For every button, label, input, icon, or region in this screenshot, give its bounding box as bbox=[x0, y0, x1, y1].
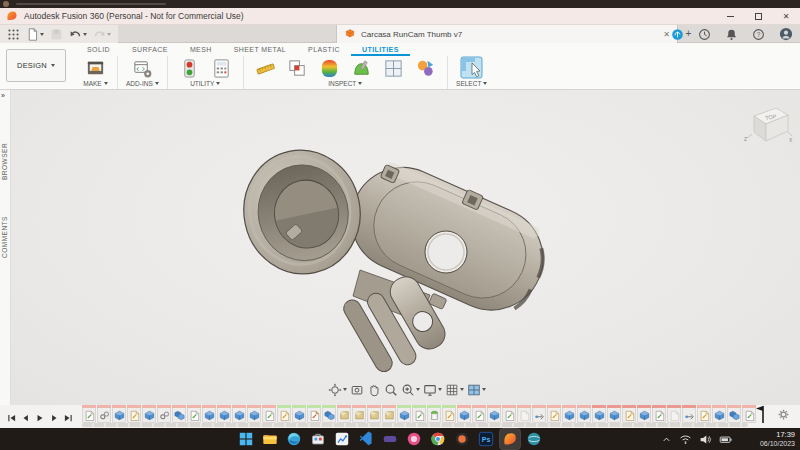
timeline-feature-extrude[interactable] bbox=[202, 405, 216, 423]
timeline-feature-sketch-orange[interactable] bbox=[307, 405, 321, 423]
timeline-feature-sketch[interactable] bbox=[472, 405, 486, 423]
timeline-feature-hole[interactable] bbox=[427, 405, 441, 423]
look-at-button[interactable] bbox=[350, 383, 364, 397]
timeline-feature-sketch-edit[interactable] bbox=[622, 405, 636, 423]
grid-settings-button[interactable] bbox=[445, 383, 464, 397]
taskbar-clock[interactable]: 17:39 06/10/2023 bbox=[760, 430, 795, 448]
component-color-button[interactable] bbox=[412, 59, 439, 77]
step-forward-button[interactable] bbox=[48, 409, 60, 427]
timeline-feature-extrude[interactable] bbox=[487, 405, 501, 423]
timeline-feature-joint[interactable] bbox=[157, 405, 171, 423]
profile-avatar-button[interactable] bbox=[776, 25, 796, 43]
interference-button[interactable] bbox=[284, 59, 311, 77]
start-taskbar-button[interactable] bbox=[236, 429, 256, 449]
timeline-feature-extrude[interactable] bbox=[232, 405, 246, 423]
timeline-feature-extrude2[interactable] bbox=[172, 405, 186, 423]
timeline-feature-extrude[interactable] bbox=[607, 405, 621, 423]
draft-analysis-button[interactable] bbox=[348, 59, 375, 77]
measure-button[interactable] bbox=[252, 59, 279, 77]
tray-chevron-button[interactable] bbox=[661, 430, 672, 448]
timeline-feature-fillet[interactable] bbox=[367, 405, 381, 423]
store-taskbar-button[interactable] bbox=[308, 429, 328, 449]
timeline-feature-sketch[interactable] bbox=[502, 405, 516, 423]
ribbon-tab-solid[interactable]: SOLID bbox=[76, 44, 121, 56]
timeline-feature-move[interactable] bbox=[532, 405, 546, 423]
ribbon-tab-mesh[interactable]: MESH bbox=[179, 44, 223, 56]
pan-button[interactable] bbox=[367, 383, 381, 397]
ribbon-tab-surface[interactable]: SURFACE bbox=[121, 44, 179, 56]
close-button[interactable]: ✕ bbox=[772, 8, 800, 25]
timeline-feature-sketch-edit[interactable] bbox=[277, 405, 291, 423]
edge-taskbar-button[interactable] bbox=[284, 429, 304, 449]
redo-button[interactable] bbox=[90, 25, 114, 43]
timeline-feature-sketch-edit[interactable] bbox=[697, 405, 711, 423]
wifi-button[interactable] bbox=[679, 430, 692, 448]
timeline-feature-sketch-edit[interactable] bbox=[127, 405, 141, 423]
expand-panels-button[interactable]: » bbox=[1, 92, 5, 99]
timeline-feature-fillet[interactable] bbox=[337, 405, 351, 423]
timeline-feature-extrude[interactable] bbox=[457, 405, 471, 423]
timeline-settings-button[interactable] bbox=[777, 408, 790, 421]
timeline-feature-extrude2[interactable] bbox=[322, 405, 336, 423]
timeline-feature-extrude[interactable] bbox=[112, 405, 126, 423]
timeline-feature-extrude[interactable] bbox=[592, 405, 606, 423]
fusion360-taskbar-button[interactable] bbox=[500, 429, 520, 449]
curvature-button[interactable] bbox=[316, 59, 343, 77]
section-analysis-button[interactable] bbox=[380, 59, 407, 77]
workspace-switcher-button[interactable]: DESIGN bbox=[6, 49, 66, 82]
help-button[interactable]: ? bbox=[749, 25, 768, 43]
document-tab[interactable]: Carcasa RunCam Thumb v7 ✕ bbox=[336, 25, 678, 43]
ribbon-group-label[interactable]: SELECT bbox=[456, 80, 487, 89]
timeline-feature-extrude[interactable] bbox=[637, 405, 651, 423]
timeline-feature-sketch[interactable] bbox=[412, 405, 426, 423]
select-button[interactable] bbox=[456, 59, 488, 77]
step-back-button[interactable] bbox=[20, 409, 32, 427]
utility-trafficlight-button[interactable] bbox=[176, 59, 203, 77]
timeline-feature-sketch-ghost[interactable] bbox=[667, 405, 681, 423]
timeline-scrollbar[interactable] bbox=[82, 423, 748, 427]
play-button[interactable] bbox=[34, 409, 46, 427]
timeline-feature-sketch-edit[interactable] bbox=[547, 405, 561, 423]
utility-calculator-button[interactable] bbox=[208, 59, 235, 77]
extensions-button[interactable] bbox=[668, 25, 687, 43]
timeline-feature-extrude[interactable] bbox=[217, 405, 231, 423]
timeline-feature-extrude[interactable] bbox=[142, 405, 156, 423]
ribbon-group-label[interactable]: ADD-INS bbox=[126, 80, 159, 89]
file-button[interactable] bbox=[23, 25, 47, 43]
comments-panel-tab[interactable]: COMMENTS bbox=[1, 202, 8, 258]
timeline-feature-extrude[interactable] bbox=[562, 405, 576, 423]
timeline-position-marker[interactable] bbox=[754, 405, 766, 424]
timeline-feature-sketch[interactable] bbox=[652, 405, 666, 423]
timeline-feature-extrude[interactable] bbox=[397, 405, 411, 423]
ribbon-group-label[interactable]: INSPECT bbox=[328, 80, 362, 89]
timeline-feature-extrude2[interactable] bbox=[727, 405, 741, 423]
timeline-feature-joint[interactable] bbox=[97, 405, 111, 423]
skip-start-button[interactable] bbox=[6, 409, 18, 427]
timeline-feature-sketch-ghost[interactable] bbox=[517, 405, 531, 423]
timeline-feature-sketch[interactable] bbox=[262, 405, 276, 423]
model-canvas[interactable]: » BROWSER COMMENTS TOP Z X bbox=[0, 90, 800, 405]
ribbon-tab-utilities[interactable]: UTILITIES bbox=[351, 44, 410, 56]
make-3dprint-button[interactable] bbox=[82, 59, 109, 77]
volume-button[interactable] bbox=[699, 430, 712, 448]
timeline-feature-extrude[interactable] bbox=[712, 405, 726, 423]
timeline-feature-fillet[interactable] bbox=[352, 405, 366, 423]
ribbon-tab-plastic[interactable]: PLASTIC bbox=[297, 44, 351, 56]
minimize-button[interactable] bbox=[716, 8, 744, 25]
skip-end-button[interactable] bbox=[62, 409, 74, 427]
ribbon-group-label[interactable]: UTILITY bbox=[190, 80, 220, 89]
stats-app-taskbar-button[interactable] bbox=[332, 429, 352, 449]
photoshop-taskbar-button[interactable]: Ps bbox=[476, 429, 496, 449]
viewports-button[interactable] bbox=[467, 383, 486, 397]
notifications-button[interactable] bbox=[722, 25, 741, 43]
battery-button[interactable] bbox=[719, 430, 732, 448]
fit-button[interactable] bbox=[401, 383, 420, 397]
vscode-taskbar-button[interactable] bbox=[356, 429, 376, 449]
maximize-button[interactable] bbox=[744, 8, 772, 25]
chrome-taskbar-button[interactable] bbox=[428, 429, 448, 449]
timeline-feature-extrude[interactable] bbox=[247, 405, 261, 423]
timeline-feature-sketch-edit[interactable] bbox=[442, 405, 456, 423]
display-settings-button[interactable] bbox=[423, 383, 442, 397]
media-app-taskbar-button[interactable] bbox=[404, 429, 424, 449]
timeline-feature-move[interactable] bbox=[682, 405, 696, 423]
